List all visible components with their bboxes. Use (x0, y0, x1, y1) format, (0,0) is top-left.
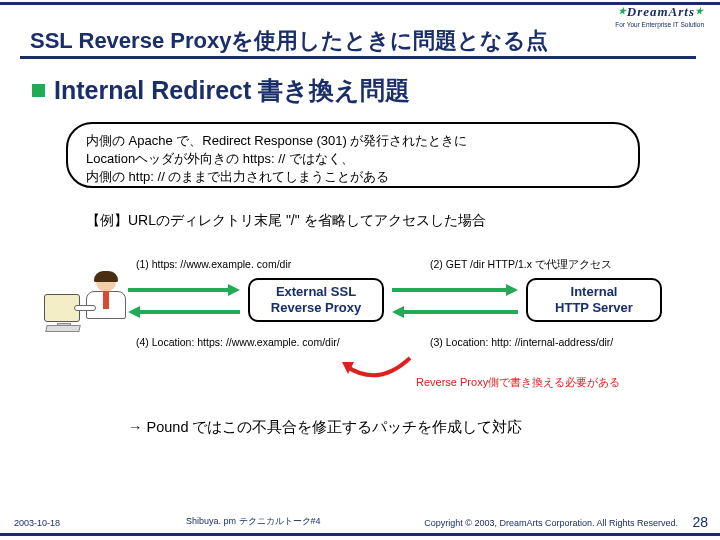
server-label: Internal HTTP Server (555, 284, 633, 315)
arrow-1-icon (128, 284, 240, 296)
step-4-label: (4) Location: https: //www.example. com/… (136, 336, 340, 348)
rewrite-note: Reverse Proxy側で書き換える必要がある (416, 375, 620, 390)
footer-date: 2003-10-18 (14, 518, 60, 528)
proxy-box: External SSL Reverse Proxy (248, 278, 384, 322)
step-2-label: (2) GET /dir HTTP/1.x で代理アクセス (430, 258, 612, 272)
title-underline (20, 56, 696, 59)
page-number: 28 (692, 514, 708, 530)
arrow-4-icon (128, 306, 240, 318)
user-icon (44, 272, 132, 336)
server-box: Internal HTTP Server (526, 278, 662, 322)
proxy-label: External SSL Reverse Proxy (271, 284, 361, 315)
step-1-label: (1) https: //www.example. com/dir (136, 258, 291, 270)
description-box: 内側の Apache で、Redirect Response (301) が発行… (66, 122, 640, 188)
arrow-3-icon (392, 306, 518, 318)
top-accent-bar (0, 2, 720, 5)
page-title: SSL Reverse Proxyを使用したときに問題となる点 (30, 26, 690, 56)
footer-copyright: Copyright © 2003, DreamArts Corporation.… (424, 518, 678, 528)
footer-event: Shibuya. pm テクニカルトーク#4 (186, 515, 321, 528)
bullet-icon (32, 84, 45, 97)
arrow-2-icon (392, 284, 518, 296)
step-3-label: (3) Location: http: //internal-address/d… (430, 336, 613, 348)
description-text: 内側の Apache で、Redirect Response (301) が発行… (86, 133, 467, 184)
brand-logo: DreamArts (618, 4, 704, 20)
section-heading: Internal Redirect 書き換え問題 (54, 74, 410, 107)
conclusion-text: → Pound ではこの不具合を修正するパッチを作成して対応 (128, 418, 523, 437)
footer-bar (0, 533, 720, 536)
example-label: 【例】URLのディレクトリ末尾 "/" を省略してアクセスした場合 (86, 212, 486, 230)
rewrite-arrow-icon (338, 354, 416, 384)
